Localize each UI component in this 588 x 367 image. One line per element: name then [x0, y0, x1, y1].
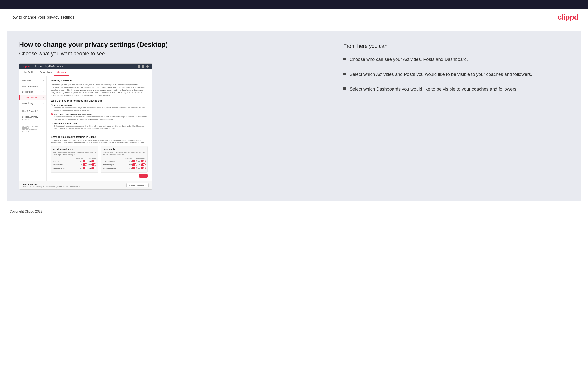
- what-to-work-followers-toggle[interactable]: ON: [138, 167, 146, 169]
- copyright-text: Copyright Clippd 2022: [9, 209, 43, 213]
- left-column: How to change your privacy settings (Des…: [19, 41, 329, 190]
- mock-sidebar: My Account › Data Integrations › Subscri…: [19, 76, 47, 181]
- bullet-text-1: Choose who can see your Activities, Post…: [350, 56, 468, 63]
- page-heading: How to change your privacy settings (Des…: [19, 41, 329, 49]
- search-icon: [138, 65, 140, 68]
- toggle-row-what-to-work: What To Work On ON ON: [103, 167, 146, 169]
- toggle-row-manual: Manual Activities ON ON: [53, 167, 96, 169]
- round-insights-coaches-toggle[interactable]: ON: [130, 163, 137, 166]
- mock-sidebar-version: Clippd Client Version: 2022.8.2SQL Serve…: [19, 124, 46, 133]
- header-divider: [9, 26, 579, 26]
- practice-followers-toggle[interactable]: ON: [89, 163, 96, 166]
- mock-radio-only-you[interactable]: Only You and Your Coach Only you and the…: [51, 122, 148, 130]
- mock-sidebar-golf-bag[interactable]: My Golf Bag ›: [19, 100, 46, 106]
- top-bar: [0, 0, 588, 8]
- mock-sidebar-account[interactable]: My Account ›: [19, 78, 46, 83]
- bullet-list: Choose who can see your Activities, Post…: [344, 56, 569, 92]
- mock-nav-performance[interactable]: My Performance: [45, 65, 63, 68]
- bullet-square-3: [344, 87, 346, 90]
- mock-nav-home[interactable]: Home: [35, 65, 42, 68]
- round-insights-followers-toggle[interactable]: ON: [138, 163, 146, 166]
- bullet-item-1: Choose who can see your Activities, Post…: [344, 56, 569, 63]
- mock-help-button[interactable]: Visit Our Community ↗: [126, 183, 149, 187]
- mock-who-title: Who Can See Your Activities and Dashboar…: [51, 100, 148, 102]
- chevron-right-icon: ›: [43, 91, 43, 93]
- bullet-item-3: Select which Dashboards you would like t…: [344, 86, 569, 92]
- toggle-row-round-insights: Round Insights ON ON: [103, 163, 146, 166]
- header: How to change your privacy settings clip…: [0, 8, 588, 26]
- mock-tab-connections[interactable]: Connections: [37, 69, 54, 75]
- mock-save-button[interactable]: Save: [139, 174, 148, 178]
- radio-circle-everyone: [51, 104, 53, 106]
- mock-sidebar-privacy[interactable]: Privacy Controls ›: [19, 95, 46, 100]
- mock-logo: clippd: [23, 65, 29, 68]
- bullet-item-2: Select which Activities and Posts you wo…: [344, 71, 569, 78]
- mock-show-title: Show or hide specific features in Clippd: [51, 136, 148, 138]
- mock-radio-group: Everyone on Clippd Everyone on Clippd ca…: [51, 104, 148, 130]
- mock-help-section: Help & Support Visit our Clippd communit…: [19, 181, 152, 189]
- page-subheading: Choose what you want people to see: [19, 50, 329, 57]
- toggle-row-practice: Practice Drills ON ON: [53, 163, 96, 166]
- bullet-text-3: Select which Dashboards you would like t…: [350, 86, 518, 92]
- mock-radio-everyone[interactable]: Everyone on Clippd Everyone on Clippd ca…: [51, 104, 148, 111]
- mock-sidebar-data-integrations[interactable]: Data Integrations ›: [19, 83, 46, 89]
- mock-tab-settings[interactable]: Settings: [54, 69, 69, 75]
- bullet-square-1: [344, 58, 346, 60]
- sidebar-divider: [19, 107, 46, 107]
- logo: clippd: [558, 13, 579, 22]
- mock-features-grid: Activities and Posts Select the types of…: [51, 146, 148, 173]
- bullet-square-2: [344, 73, 346, 75]
- mock-activities-col: Activities and Posts Select the types of…: [51, 146, 98, 173]
- main-content: How to change your privacy settings (Des…: [7, 31, 581, 201]
- chevron-right-icon: ›: [43, 102, 43, 104]
- mock-divider: [51, 133, 148, 133]
- mock-nav-right: [138, 65, 149, 68]
- right-column: From here you can: Choose who can see yo…: [344, 41, 569, 190]
- mock-sidebar-subscription[interactable]: Subscription ›: [19, 89, 46, 95]
- rounds-coaches-toggle[interactable]: ON: [80, 160, 87, 162]
- what-to-work-coaches-toggle[interactable]: ON: [130, 167, 137, 169]
- mock-radio-followers[interactable]: Only Approved Followers and Your Coach O…: [51, 113, 148, 120]
- mock-tab-profile[interactable]: My Profile: [22, 69, 37, 75]
- mock-show-desc: Regardless of the privacy controls that …: [51, 139, 148, 144]
- toggle-row-rounds: Rounds ON ON: [53, 160, 96, 162]
- chevron-right-icon: ›: [43, 97, 43, 98]
- manual-coaches-toggle[interactable]: ON: [80, 167, 87, 169]
- mock-tabs: My Profile Connections Settings: [19, 69, 152, 76]
- mock-body: My Account › Data Integrations › Subscri…: [19, 76, 152, 181]
- toggle-row-player-dashboard: Player Dashboard ON ON: [103, 160, 146, 162]
- user-icon: [146, 65, 149, 68]
- practice-coaches-toggle[interactable]: ON: [80, 163, 87, 166]
- chevron-right-icon: ›: [43, 80, 43, 81]
- screenshot-mockup: clippd Home My Performance My Profile Co…: [19, 63, 152, 190]
- header-title: How to change your privacy settings: [9, 15, 74, 20]
- mock-navbar: clippd Home My Performance: [19, 64, 152, 69]
- player-dashboard-followers-toggle[interactable]: ON: [138, 160, 146, 162]
- sidebar-divider-2: [19, 123, 46, 123]
- mock-sidebar-privacy-policy[interactable]: Service & Privacy Policy ↗: [19, 114, 46, 122]
- mock-privacy-desc: Control how you and your data appears to…: [51, 83, 148, 97]
- rounds-followers-toggle[interactable]: ON: [89, 160, 96, 162]
- bullet-text-2: Select which Activities and Posts you wo…: [350, 71, 532, 78]
- mock-help-desc: Visit our Clippd community to troublesho…: [23, 186, 81, 187]
- mock-save-row: Save: [51, 174, 148, 178]
- player-dashboard-coaches-toggle[interactable]: ON: [130, 160, 137, 162]
- radio-circle-followers: [51, 113, 53, 115]
- mock-privacy-title: Privacy Controls: [51, 79, 148, 82]
- mock-sidebar-help[interactable]: Help & Support ↗: [19, 108, 46, 114]
- chevron-right-icon: ›: [43, 85, 43, 87]
- footer: Copyright Clippd 2022: [0, 206, 588, 217]
- mock-main-area: Privacy Controls Control how you and you…: [47, 76, 152, 181]
- radio-circle-only-you: [51, 123, 53, 125]
- manual-followers-toggle[interactable]: ON: [89, 167, 96, 169]
- mock-help-title: Help & Support: [23, 184, 81, 186]
- from-here-title: From here you can:: [344, 43, 569, 49]
- grid-icon: [142, 65, 144, 68]
- mock-dashboards-col: Dashboards Select the types of activity …: [101, 146, 148, 173]
